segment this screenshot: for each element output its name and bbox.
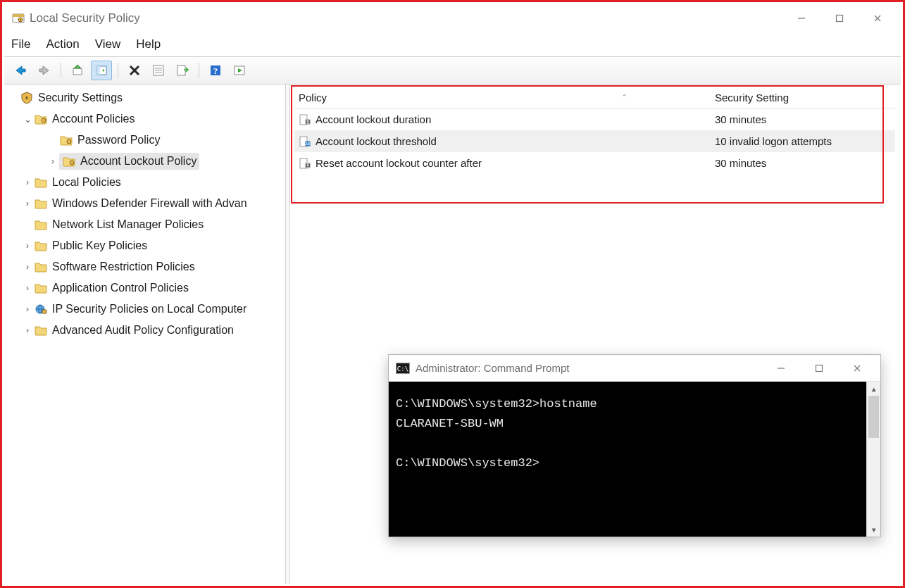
minimize-button[interactable] — [782, 7, 820, 30]
list-row[interactable]: 10 Account lockout duration 30 minutes — [294, 108, 895, 130]
chevron-right-icon[interactable]: › — [21, 283, 34, 293]
cmd-output[interactable]: C:\WINDOWS\system32>hostname CLARANET-SB… — [389, 382, 866, 537]
export-list-button[interactable] — [172, 61, 193, 80]
window-controls — [782, 7, 897, 30]
tree-local-label: Local Policies — [52, 176, 121, 189]
policy-name: Account lockout duration — [316, 113, 431, 125]
chevron-right-icon[interactable]: › — [21, 304, 34, 314]
policy-value: 30 minutes — [712, 113, 895, 125]
folder-icon — [34, 239, 48, 253]
menu-view[interactable]: View — [95, 37, 121, 51]
tree-public-key[interactable]: › Public Key Policies — [4, 235, 285, 256]
tree-appcontrol-label: Application Control Policies — [52, 282, 189, 294]
chevron-right-icon[interactable]: › — [21, 241, 34, 251]
close-button[interactable] — [859, 7, 897, 30]
folder-icon — [34, 196, 48, 211]
menu-file[interactable]: File — [11, 37, 30, 51]
svg-marker-9 — [74, 65, 81, 68]
svg-rect-3 — [20, 19, 21, 20]
tree-root[interactable]: Security Settings — [4, 87, 285, 108]
tree-audit-label: Advanced Audit Policy Configuration — [52, 324, 234, 337]
menu-bar: File Action View Help — [4, 32, 901, 56]
folder-lock-icon — [59, 133, 73, 147]
title-bar[interactable]: Local Security Policy — [4, 4, 901, 32]
policy-value: 30 minutes — [712, 157, 895, 169]
tree-network-label: Network List Manager Policies — [52, 218, 204, 231]
chevron-right-icon[interactable]: › — [21, 262, 34, 272]
svg-point-27 — [70, 161, 74, 165]
help-button[interactable]: ? — [205, 61, 226, 80]
svg-rect-29 — [42, 310, 46, 313]
chevron-down-icon[interactable]: ⌄ — [21, 114, 34, 125]
cmd-close-button[interactable] — [838, 357, 876, 380]
command-prompt-window[interactable]: C:\ Administrator: Command Prompt C:\WIN… — [388, 354, 881, 537]
svg-rect-5 — [837, 15, 843, 22]
scroll-thumb[interactable] — [868, 396, 879, 438]
tree-ipsec-label: IP Security Policies on Local Computer — [52, 303, 246, 315]
policy-name: Reset account lockout counter after — [316, 157, 482, 169]
tree-network-list[interactable]: Network List Manager Policies — [4, 214, 285, 235]
cmd-maximize-button[interactable] — [800, 357, 838, 380]
list-row[interactable]: 10 Reset account lockout counter after 3… — [294, 152, 895, 174]
globe-lock-icon — [34, 302, 48, 316]
svg-text:10: 10 — [306, 163, 311, 168]
tree-account-policies[interactable]: ⌄ Account Policies — [4, 108, 285, 130]
tree-account-lockout-label: Account Lockout Policy — [80, 155, 196, 168]
shield-icon — [20, 91, 34, 105]
svg-rect-8 — [73, 68, 82, 75]
scroll-up-icon[interactable]: ▴ — [867, 382, 880, 396]
tree-firewall[interactable]: › Windows Defender Firewall with Advan — [4, 193, 285, 214]
delete-button[interactable] — [124, 61, 145, 80]
svg-rect-11 — [96, 66, 100, 75]
chevron-right-icon[interactable]: › — [21, 325, 34, 335]
cmd-minimize-button[interactable] — [762, 357, 800, 380]
properties-button[interactable] — [148, 61, 169, 80]
policy-name: Account lockout threshold — [316, 135, 437, 147]
svg-text:10: 10 — [306, 142, 311, 146]
folder-lock-icon — [62, 154, 76, 168]
cmd-icon: C:\ — [396, 363, 410, 374]
cmd-scrollbar[interactable]: ▴ ▾ — [866, 382, 880, 537]
tree-audit[interactable]: › Advanced Audit Policy Configuration — [4, 320, 285, 341]
folder-icon — [34, 175, 48, 189]
chevron-right-icon[interactable]: › — [21, 177, 34, 187]
svg-text:10: 10 — [306, 120, 311, 124]
menu-help[interactable]: Help — [136, 37, 161, 51]
scroll-down-icon[interactable]: ▾ — [867, 523, 880, 537]
chevron-right-icon[interactable]: › — [21, 199, 34, 208]
tree-app-control[interactable]: › Application Control Policies — [4, 277, 285, 299]
showhide-tree-button[interactable] — [91, 61, 112, 80]
tree-local-policies[interactable]: › Local Policies — [4, 172, 285, 193]
cmd-title-text: Administrator: Command Prompt — [416, 362, 569, 374]
back-button[interactable] — [10, 61, 31, 80]
folder-icon — [34, 260, 48, 274]
run-button[interactable] — [229, 61, 250, 80]
folder-icon — [34, 323, 48, 337]
col-policy-header[interactable]: Policy — [299, 92, 327, 104]
forward-button[interactable] — [34, 61, 55, 80]
tree-account-lockout-policy[interactable]: › Account Lockout Policy — [4, 151, 285, 172]
tree-root-label: Security Settings — [38, 92, 123, 104]
tree-pane[interactable]: Security Settings ⌄ Account Policies — [4, 85, 286, 584]
up-button[interactable] — [67, 61, 88, 80]
policy-icon: 10 — [299, 113, 311, 126]
folder-icon — [34, 281, 48, 295]
tree-firewall-label: Windows Defender Firewall with Advan — [52, 197, 247, 210]
svg-rect-19 — [177, 65, 185, 75]
menu-action[interactable]: Action — [46, 37, 79, 51]
cmd-title-bar[interactable]: C:\ Administrator: Command Prompt — [389, 355, 880, 382]
chevron-right-icon[interactable]: › — [46, 156, 59, 166]
list-header[interactable]: Policy ⌃ Security Setting — [294, 87, 895, 108]
maximize-button[interactable] — [820, 7, 859, 30]
svg-point-25 — [42, 118, 46, 123]
toolbar: ? — [4, 56, 901, 85]
cmd-line: C:\WINDOWS\system32>hostname — [396, 397, 597, 411]
tree-password-policy[interactable]: Password Policy — [4, 130, 285, 151]
list-row[interactable]: 10 Account lockout threshold 10 invalid … — [294, 130, 895, 152]
tree-software-restriction[interactable]: › Software Restriction Policies — [4, 256, 285, 277]
tree-ipsec[interactable]: › IP Security Policies on Local Computer — [4, 299, 285, 320]
col-setting-header[interactable]: Security Setting — [712, 92, 895, 104]
window-title: Local Security Policy — [30, 11, 140, 25]
folder-lock-icon — [34, 112, 48, 126]
sort-caret-icon: ⌃ — [621, 93, 628, 102]
